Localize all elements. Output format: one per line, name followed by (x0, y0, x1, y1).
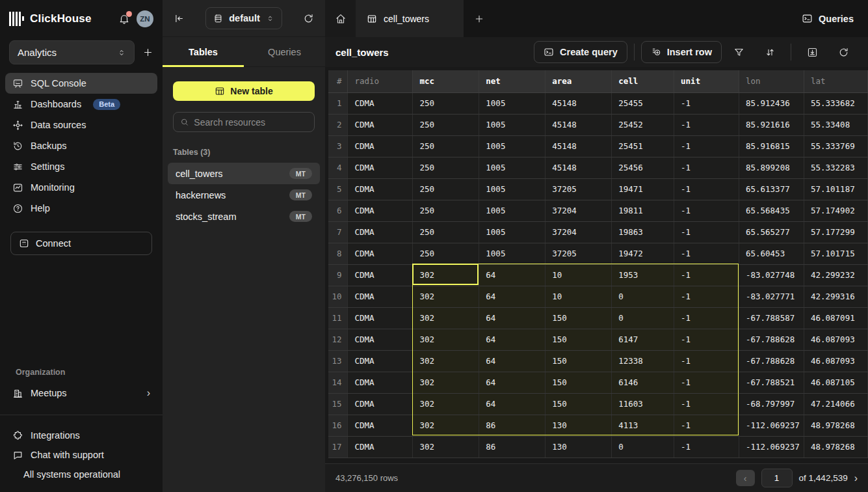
grid-cell[interactable]: 25455 (612, 92, 674, 114)
grid-cell[interactable]: 42.299232 (804, 264, 867, 286)
grid-cell[interactable]: 64 (479, 286, 546, 307)
tab-cell-towers[interactable]: cell_towers (356, 0, 464, 37)
grid-cell[interactable]: 1953 (612, 264, 674, 286)
grid-cell[interactable]: 150 (546, 372, 612, 393)
grid-cell[interactable]: -67.788628 (739, 329, 804, 350)
database-selector[interactable]: default (205, 7, 282, 29)
grid-cell[interactable]: 1005 (479, 92, 546, 114)
grid-cell[interactable]: CDMA (348, 135, 413, 157)
grid-cell[interactable]: 85.899208 (739, 157, 804, 178)
column-header-rownum[interactable]: # (328, 70, 348, 92)
grid-cell[interactable]: 37204 (546, 221, 612, 243)
grid-cell[interactable]: 57.101187 (804, 178, 867, 200)
grid-cell[interactable]: 45148 (546, 157, 612, 178)
column-header-mcc[interactable]: mcc (413, 70, 479, 92)
refresh-data-button[interactable] (829, 41, 858, 63)
filter-button[interactable] (724, 41, 753, 63)
grid-cell[interactable]: 150 (546, 393, 612, 415)
grid-cell[interactable]: 1005 (479, 135, 546, 157)
grid-cell[interactable]: CDMA (348, 157, 413, 178)
grid-cell[interactable]: -1 (674, 393, 739, 415)
collapse-panel-button[interactable] (174, 13, 185, 24)
grid-cell[interactable]: CDMA (348, 329, 413, 350)
table-list-item-cell_towers[interactable]: cell_towersMT (168, 163, 320, 184)
grid-cell[interactable]: 250 (413, 135, 479, 157)
grid-cell[interactable]: -1 (674, 243, 739, 264)
data-grid[interactable]: #radiomccnetareacellunitlonlat1CDMA25010… (328, 70, 868, 458)
grid-cell[interactable]: 1005 (479, 243, 546, 264)
home-button[interactable] (325, 0, 356, 37)
sidebar-item-all-systems-operational[interactable]: All systems operational (5, 465, 157, 484)
grid-cell[interactable]: 10 (546, 264, 612, 286)
grid-cell[interactable]: 250 (413, 178, 479, 200)
grid-cell[interactable]: CDMA (348, 372, 413, 393)
grid-cell[interactable]: 46.087093 (804, 350, 867, 372)
grid-cell[interactable]: -1 (674, 135, 739, 157)
grid-cell[interactable]: -1 (674, 329, 739, 350)
grid-cell[interactable]: 48.978268 (804, 436, 867, 458)
grid-cell[interactable]: 302 (413, 372, 479, 393)
grid-cell[interactable]: -112.069237 (739, 415, 804, 436)
next-page-button[interactable]: › (854, 472, 858, 484)
grid-cell[interactable]: -1 (674, 114, 739, 135)
grid-cell[interactable]: 47.214066 (804, 393, 867, 415)
grid-cell[interactable]: 302 (413, 393, 479, 415)
grid-cell[interactable]: -67.788587 (739, 307, 804, 329)
grid-cell[interactable]: -1 (674, 178, 739, 200)
grid-cell[interactable]: 302 (413, 350, 479, 372)
grid-cell[interactable]: -112.069237 (739, 436, 804, 458)
grid-cell[interactable]: 42.299316 (804, 286, 867, 307)
grid-cell[interactable]: 12338 (612, 350, 674, 372)
grid-cell[interactable]: -1 (674, 307, 739, 329)
grid-cell[interactable]: -1 (674, 415, 739, 436)
grid-cell[interactable]: 1005 (479, 200, 546, 221)
grid-cell[interactable]: 250 (413, 157, 479, 178)
grid-cell[interactable]: 55.333682 (804, 92, 867, 114)
grid-cell[interactable]: 6146 (612, 372, 674, 393)
grid-cell[interactable]: -1 (674, 286, 739, 307)
grid-cell[interactable]: 65.568435 (739, 200, 804, 221)
grid-cell[interactable]: 45148 (546, 114, 612, 135)
grid-cell[interactable]: 55.33408 (804, 114, 867, 135)
grid-cell[interactable]: 37204 (546, 200, 612, 221)
grid-cell[interactable]: 65.565277 (739, 221, 804, 243)
grid-cell[interactable]: CDMA (348, 221, 413, 243)
grid-cell[interactable]: 302 (413, 436, 479, 458)
sidebar-item-chat-with-support[interactable]: Chat with support (5, 445, 157, 465)
grid-cell[interactable]: 302 (413, 415, 479, 436)
grid-cell[interactable]: -1 (674, 372, 739, 393)
grid-cell[interactable]: 48.978268 (804, 415, 867, 436)
column-header-radio[interactable]: radio (348, 70, 413, 92)
grid-cell[interactable]: 10 (546, 286, 612, 307)
grid-cell[interactable]: 250 (413, 221, 479, 243)
grid-cell[interactable]: 86 (479, 436, 546, 458)
grid-cell[interactable]: 150 (546, 329, 612, 350)
grid-cell[interactable]: -1 (674, 350, 739, 372)
grid-cell[interactable]: -83.027771 (739, 286, 804, 307)
grid-cell[interactable]: 46.087093 (804, 329, 867, 350)
grid-cell[interactable]: -1 (674, 221, 739, 243)
grid-cell[interactable]: 0 (612, 436, 674, 458)
grid-cell[interactable]: CDMA (348, 92, 413, 114)
sidebar-item-help[interactable]: Help (5, 198, 157, 219)
grid-cell[interactable]: CDMA (348, 264, 413, 286)
column-header-area[interactable]: area (546, 70, 612, 92)
grid-cell[interactable]: CDMA (348, 200, 413, 221)
grid-cell[interactable]: 57.174902 (804, 200, 867, 221)
grid-cell[interactable]: -67.788521 (739, 372, 804, 393)
grid-cell[interactable]: CDMA (348, 114, 413, 135)
refresh-tables-button[interactable] (303, 13, 314, 24)
grid-cell[interactable]: CDMA (348, 415, 413, 436)
grid-cell[interactable]: 1005 (479, 157, 546, 178)
grid-cell[interactable]: 4113 (612, 415, 674, 436)
grid-cell[interactable]: 19811 (612, 200, 674, 221)
grid-cell[interactable]: 46.087091 (804, 307, 867, 329)
grid-cell[interactable]: 130 (546, 415, 612, 436)
grid-cell[interactable]: 64 (479, 264, 546, 286)
grid-cell[interactable]: 25451 (612, 135, 674, 157)
grid-cell[interactable]: 250 (413, 243, 479, 264)
column-header-unit[interactable]: unit (674, 70, 739, 92)
grid-cell[interactable]: 250 (413, 200, 479, 221)
grid-cell[interactable]: -1 (674, 264, 739, 286)
grid-cell[interactable]: 65.613377 (739, 178, 804, 200)
